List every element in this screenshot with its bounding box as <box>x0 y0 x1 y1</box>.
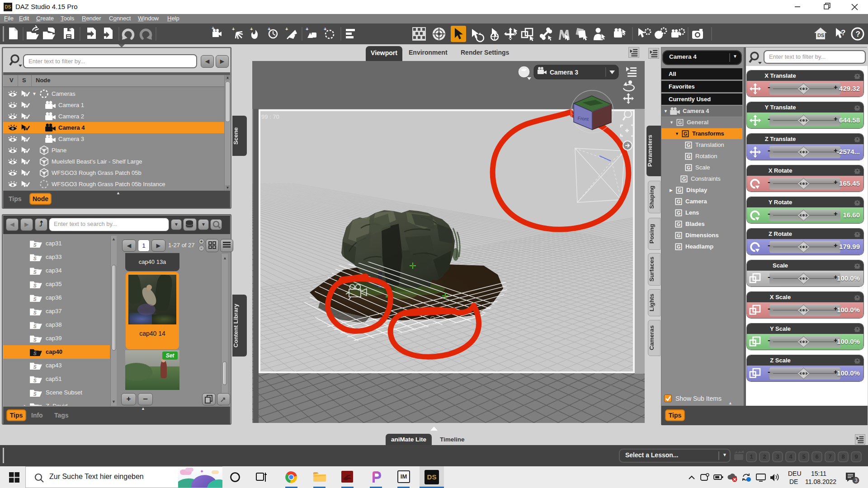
svg-text:+: + <box>232 26 235 32</box>
svg-text:?: ? <box>841 28 845 37</box>
svg-text:+: + <box>306 26 308 32</box>
svg-text:+: + <box>324 26 326 32</box>
svg-text:DS: DS <box>817 33 824 38</box>
svg-text:+: + <box>212 25 214 31</box>
svg-text:99 : 70: 99 : 70 <box>261 113 279 120</box>
svg-text:+: + <box>285 26 288 32</box>
svg-text:+: + <box>268 26 270 32</box>
svg-text:Camera 3: Camera 3 <box>550 69 578 76</box>
svg-text:3: 3 <box>855 478 858 483</box>
svg-text:?: ? <box>856 30 860 38</box>
svg-text:Front: Front <box>577 115 589 122</box>
svg-text:+: + <box>250 26 253 32</box>
